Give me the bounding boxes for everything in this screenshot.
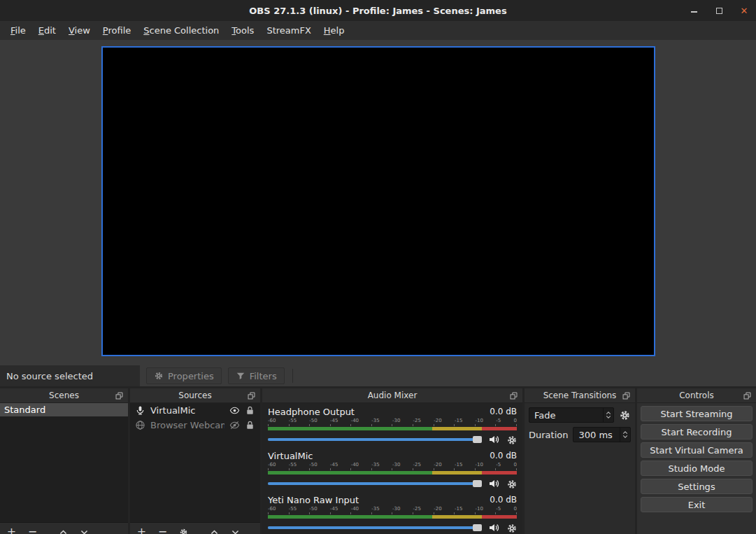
- remove-scene-button[interactable]: −: [27, 527, 38, 534]
- studio-mode-button[interactable]: Studio Mode: [641, 461, 753, 476]
- move-source-up-button[interactable]: [209, 527, 220, 534]
- move-scene-up-button[interactable]: [58, 527, 69, 534]
- popout-icon[interactable]: [247, 391, 256, 400]
- workspace: [0, 40, 756, 365]
- lock-icon[interactable]: [245, 420, 255, 430]
- remove-source-button[interactable]: −: [157, 527, 168, 534]
- mixer-gear-icon[interactable]: [506, 435, 517, 445]
- mixer-gear-icon[interactable]: [506, 523, 517, 533]
- lock-icon[interactable]: [245, 405, 255, 416]
- mixer-scale-ticks: [268, 424, 517, 426]
- mixer-slider-row: [268, 433, 517, 446]
- volume-slider[interactable]: [268, 438, 481, 441]
- transition-select-row: Fade: [529, 407, 631, 423]
- transitions-body: Fade Duration 300 ms: [525, 403, 635, 534]
- mixer-level-meter: [268, 515, 517, 519]
- volume-slider[interactable]: [268, 482, 481, 485]
- volume-slider-handle[interactable]: [473, 480, 482, 487]
- source-item[interactable]: Browser Webcam: [130, 418, 260, 433]
- source-properties-button[interactable]: [178, 527, 189, 534]
- settings-button[interactable]: Settings: [641, 479, 753, 494]
- start-recording-button[interactable]: Start Recording: [641, 424, 753, 440]
- source-toolbar: No source selected Properties Filters: [0, 365, 756, 386]
- start-streaming-button[interactable]: Start Streaming: [641, 406, 753, 421]
- properties-label: Properties: [168, 371, 214, 381]
- controls-dock-header: Controls: [637, 388, 756, 403]
- transitions-dock-title: Scene Transitions: [543, 391, 617, 400]
- controls-button-list: Start StreamingStart RecordingStart Virt…: [637, 403, 756, 534]
- filters-label: Filters: [250, 371, 277, 381]
- move-source-down-button[interactable]: [230, 527, 241, 534]
- close-button[interactable]: ✕: [739, 6, 749, 15]
- filters-button[interactable]: Filters: [228, 367, 285, 384]
- speaker-icon[interactable]: [488, 522, 499, 533]
- source-name: Browser Webcam: [150, 420, 224, 430]
- exit-button[interactable]: Exit: [641, 497, 753, 512]
- popout-icon[interactable]: [622, 391, 631, 400]
- mixer-dock-header: Audio Mixer: [262, 388, 522, 403]
- scenes-dock: Scenes Standard +−: [0, 388, 128, 534]
- popout-icon[interactable]: [115, 391, 124, 400]
- menu-view[interactable]: View: [62, 21, 97, 40]
- menu-help[interactable]: Help: [318, 21, 351, 40]
- scene-transitions-dock: Scene Transitions Fade: [525, 388, 635, 534]
- transition-combo[interactable]: Fade: [529, 407, 614, 423]
- menu-edit[interactable]: Edit: [32, 21, 62, 40]
- sources-list: VirtualMicBrowser Webcam: [130, 403, 260, 522]
- volume-slider-handle[interactable]: [473, 524, 482, 531]
- volume-slider[interactable]: [268, 526, 481, 529]
- minimize-button[interactable]: [689, 6, 699, 15]
- toolbar-separator: [292, 369, 293, 383]
- add-source-button[interactable]: +: [136, 527, 147, 534]
- transitions-dock-header: Scene Transitions: [525, 388, 635, 403]
- source-item[interactable]: VirtualMic: [130, 403, 260, 418]
- chevron-down-icon: [622, 435, 628, 439]
- duration-label: Duration: [529, 430, 568, 440]
- combo-spinner[interactable]: [603, 408, 613, 422]
- mixer-scale-ticks: [268, 512, 517, 514]
- mixer-channel-level: 0.0 dB: [490, 451, 517, 461]
- mixer-slider-row: [268, 521, 517, 534]
- menu-bar: FileEditViewProfileScene CollectionTools…: [0, 21, 756, 40]
- popout-icon[interactable]: [509, 391, 518, 400]
- mixer-gear-icon[interactable]: [506, 479, 517, 489]
- mixer-channel: Headphone Output0.0 dB-60-55-50-45-40-35…: [268, 406, 517, 446]
- duration-row: Duration 300 ms: [529, 427, 631, 442]
- scenes-dock-header: Scenes: [0, 388, 128, 403]
- mixer-scale-ticks: [268, 468, 517, 470]
- volume-slider-handle[interactable]: [473, 436, 482, 443]
- window-title: OBS 27.1.3 (linux) - Profile: James - Sc…: [249, 6, 506, 16]
- mixer-channel: Yeti Nano Raw Input0.0 dB-60-55-50-45-40…: [268, 494, 517, 534]
- menu-streamfx[interactable]: StreamFX: [260, 21, 317, 40]
- transition-gear-icon[interactable]: [619, 409, 631, 421]
- title-bar: OBS 27.1.3 (linux) - Profile: James - Sc…: [0, 0, 756, 21]
- preview-canvas[interactable]: [101, 46, 655, 356]
- eye-slash-icon[interactable]: [229, 420, 240, 430]
- start-virtual-camera-button[interactable]: Start Virtual Camera: [641, 442, 753, 458]
- menu-scene-collection[interactable]: Scene Collection: [137, 21, 225, 40]
- maximize-button[interactable]: [714, 6, 724, 15]
- popout-icon[interactable]: [743, 391, 752, 400]
- scene-item[interactable]: Standard: [0, 403, 128, 416]
- audio-mixer-dock: Audio Mixer Headphone Output0.0 dB-60-55…: [262, 388, 522, 534]
- menu-tools[interactable]: Tools: [225, 21, 260, 40]
- menu-file[interactable]: File: [4, 21, 32, 40]
- menu-profile[interactable]: Profile: [97, 21, 137, 40]
- mixer-channel-list: Headphone Output0.0 dB-60-55-50-45-40-35…: [262, 403, 522, 534]
- speaker-icon[interactable]: [488, 478, 499, 489]
- mixer-channel-name: Headphone Output: [268, 407, 355, 417]
- mixer-db-scale: -60-55-50-45-40-35-30-25-20-15-10-50: [268, 506, 517, 512]
- sources-dock-title: Sources: [178, 391, 211, 400]
- duration-spinbox[interactable]: 300 ms: [573, 427, 631, 442]
- speaker-icon[interactable]: [488, 434, 499, 445]
- add-scene-button[interactable]: +: [6, 527, 17, 534]
- properties-button[interactable]: Properties: [146, 367, 222, 384]
- mixer-slider-row: [268, 477, 517, 490]
- sources-toolbar: +−: [130, 522, 260, 534]
- move-scene-down-button[interactable]: [79, 527, 90, 534]
- mixer-channel-header: Headphone Output0.0 dB: [268, 406, 517, 417]
- dock-row: Scenes Standard +− Sources VirtualMicBro…: [0, 386, 756, 534]
- duration-spinner[interactable]: [620, 428, 630, 442]
- eye-icon[interactable]: [229, 405, 240, 416]
- globe-icon: [135, 420, 145, 430]
